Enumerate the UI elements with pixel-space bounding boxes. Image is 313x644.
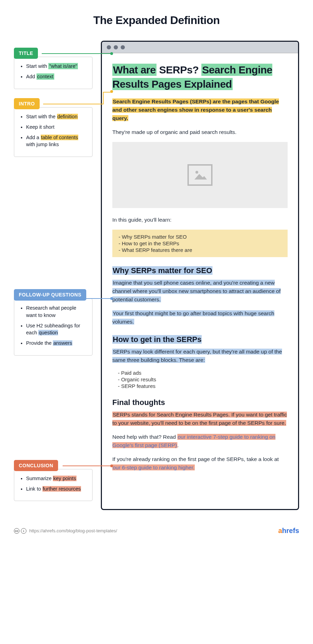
cta-link-2[interactable]: our 6-step guide to ranking higher.	[112, 464, 195, 470]
list-item: Add context	[26, 73, 87, 80]
image-placeholder	[112, 142, 288, 208]
cta-link-1[interactable]: our interactive 7-step guide to ranking …	[112, 434, 275, 448]
label-intro: INTRO	[14, 98, 40, 109]
blocks-list: - Paid ads- Organic results- SERP featur…	[112, 370, 288, 389]
list-item: - Why SERPs matter for SEO	[119, 234, 281, 240]
cc-icon: cci	[14, 528, 26, 534]
browser-window: What are SERPs? Search Engine Results Pa…	[101, 41, 299, 510]
label-title: TITLE	[14, 48, 38, 59]
list-item: Use H2 subheadings for each question	[26, 322, 87, 336]
intro-bullets: Start with the definitionKeep it shortAd…	[19, 113, 87, 148]
sidebar: TITLE Start with "what is/are"Add contex…	[14, 41, 101, 510]
list-item: Keep it short	[26, 124, 87, 130]
list-item: Add a table of contents with jump links	[26, 134, 87, 148]
svg-marker-1	[194, 174, 207, 180]
h2-why-matter: Why SERPs matter for SEO	[112, 266, 288, 275]
intro-line2: They're made up of organic and paid sear…	[112, 128, 288, 136]
window-dot	[121, 45, 125, 49]
list-item: - Paid ads	[118, 370, 288, 376]
para-a2: Your first thought might be to go after …	[112, 309, 288, 326]
sidebar-box-conclusion: CONCLUSION Summarize key pointsLink to f…	[14, 460, 93, 501]
footer: cci https://ahrefs.com/blog/blog-post-te…	[0, 517, 313, 545]
sidebar-box-followup: FOLLOW-UP QUESTIONS Research what people…	[14, 289, 93, 356]
title-bullets: Start with "what is/are"Add context	[19, 63, 87, 80]
sidebar-box-intro: INTRO Start with the definitionKeep it s…	[14, 98, 93, 157]
window-dot	[107, 45, 111, 49]
browser-titlebar	[102, 42, 298, 53]
list-item: - Organic results	[118, 376, 288, 382]
para-b1: SERPs may look different for each query,…	[112, 348, 288, 364]
followup-bullets: Research what people want to knowUse H2 …	[19, 304, 87, 347]
list-item: - SERP features	[118, 383, 288, 389]
footer-url: https://ahrefs.com/blog/blog-post-templa…	[29, 528, 117, 533]
para-a1: Imagine that you sell phone cases online…	[112, 279, 288, 304]
list-item: Link to further resources	[26, 485, 87, 492]
article-content: What are SERPs? Search Engine Results Pa…	[102, 53, 298, 489]
h2-how-get: How to get in the SERPs	[112, 335, 288, 344]
sidebar-box-title: TITLE Start with "what is/are"Add contex…	[14, 48, 93, 89]
guide-lead: In this guide, you'll learn:	[112, 216, 288, 224]
table-of-contents: - Why SERPs matter for SEO- How to get i…	[112, 230, 288, 257]
list-item: Summarize key points	[26, 475, 87, 482]
image-icon	[192, 169, 208, 181]
list-item: Research what people want to know	[26, 304, 87, 319]
conclusion-bullets: Summarize key pointsLink to further reso…	[19, 475, 87, 493]
label-followup: FOLLOW-UP QUESTIONS	[14, 289, 86, 301]
list-item: - How to get in the SERPs	[119, 240, 281, 246]
svg-point-0	[195, 171, 198, 174]
para-f1: SERPs stands for Search Engine Results P…	[112, 411, 288, 427]
h2-final: Final thoughts	[112, 398, 288, 407]
list-item: Start with "what is/are"	[26, 63, 87, 70]
para-f2: Need help with that? Read our interactiv…	[112, 433, 288, 450]
list-item: Provide the answers	[26, 340, 87, 347]
article-h1: What are SERPs? Search Engine Results Pa…	[112, 63, 288, 91]
list-item: - What SERP features there are	[119, 247, 281, 253]
para-f3: If you're already ranking on the first p…	[112, 455, 288, 472]
brand-logo: ahrefs	[278, 527, 299, 535]
intro-definition: Search Engine Results Pages (SERPs) are …	[112, 97, 288, 122]
page-title: The Expanded Definition	[14, 14, 299, 27]
list-item: Start with the definition	[26, 113, 87, 120]
label-conclusion: CONCLUSION	[14, 460, 58, 471]
window-dot	[114, 45, 118, 49]
